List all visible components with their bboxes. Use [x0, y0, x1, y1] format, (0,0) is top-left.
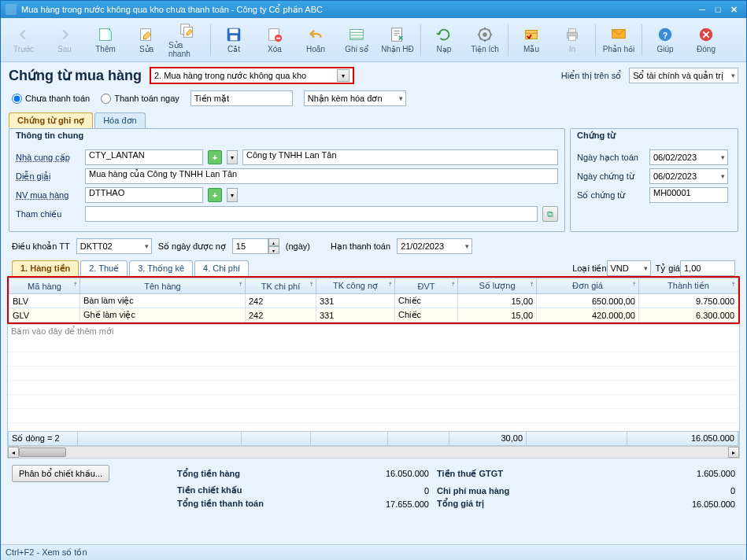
table-row[interactable]: BLVBàn làm việc242331Chiếc15,00650.000,0… — [9, 294, 738, 308]
grid-tab-stats[interactable]: 3. Thống kê — [129, 260, 193, 276]
col-name[interactable]: Tên hàng⫯ — [80, 278, 246, 294]
items-grid: Mã hàng⫯ Tên hàng⫯ TK chi phí⫯ TK công n… — [7, 276, 740, 324]
paynow-radio[interactable]: Thanh toán ngay — [101, 94, 179, 104]
currency-select[interactable]: VND — [607, 260, 651, 276]
supplier-code-input[interactable]: CTY_LANTAN — [85, 149, 203, 165]
table-row[interactable]: GLVGhế làm việc242331Chiếc15,00420.000,0… — [9, 308, 738, 322]
maximize-button[interactable]: □ — [710, 5, 726, 14]
svg-rect-5 — [230, 29, 239, 34]
grid-tab-items[interactable]: 1. Hàng tiền — [12, 260, 79, 276]
rate-label: Tỷ giá — [656, 263, 680, 274]
save-button[interactable]: Cắt — [214, 20, 253, 60]
svg-rect-16 — [568, 36, 575, 41]
grid-footer: Số dòng = 2 30,00 16.050.000 — [8, 431, 739, 446]
add-new-row-hint[interactable]: Bấm vào đây để thêm mới — [8, 324, 739, 338]
status-hint: Ctrl+F2 - Xem số tồn — [6, 547, 87, 558]
staff-dropdown-button[interactable]: ▾ — [227, 188, 238, 202]
title-bar: Mua hàng trong nước không qua kho chưa t… — [1, 1, 746, 18]
print-button[interactable]: In — [553, 20, 592, 60]
svg-point-12 — [483, 32, 487, 37]
add-button[interactable]: Thêm — [86, 20, 125, 60]
reload-button[interactable]: Nạp — [424, 20, 464, 60]
close-button[interactable]: Đóng — [686, 20, 726, 60]
payment-method-field[interactable]: Tiền mặt — [190, 90, 293, 106]
reference-input[interactable] — [85, 206, 538, 222]
description-input[interactable]: Mua hàng của Công ty TNHH Lan Tân — [85, 168, 558, 184]
discount-label: Tiền chiết khấu — [177, 485, 319, 496]
delete-button[interactable]: Xóa — [255, 20, 294, 60]
col-unit[interactable]: ĐVT⫯ — [395, 278, 458, 294]
vat-value: 1.605.000 — [586, 469, 735, 478]
purchase-cost-label: Chi phí mua hàng — [437, 486, 579, 496]
due-date-label: Hạn thanh toán — [331, 241, 390, 252]
col-liability-acc[interactable]: TK công nợ⫯ — [316, 278, 395, 294]
col-price[interactable]: Đơn giá⫯ — [537, 278, 639, 294]
reference-lookup-button[interactable]: ⧉ — [542, 206, 558, 222]
supplier-label[interactable]: Nhà cung cấp — [16, 153, 80, 163]
credit-days-spinner[interactable]: 15 ▴▾ — [232, 238, 279, 254]
grid-tabs-row: 1. Hàng tiền 2. Thuế 3. Thống kê 4. Chi … — [1, 260, 746, 276]
receive-invoice-button[interactable]: Nhận HĐ — [378, 20, 417, 60]
grid-horizontal-scrollbar[interactable]: ◂▸ — [7, 446, 740, 459]
tab-debit-voucher[interactable]: Chứng từ ghi nợ — [9, 112, 93, 128]
undo-button[interactable]: Hoãn — [296, 20, 335, 60]
tab-invoice[interactable]: Hóa đơn — [94, 112, 145, 128]
add-staff-button[interactable]: + — [208, 188, 222, 202]
edit-button[interactable]: Sửa — [127, 20, 166, 60]
grid-empty-area[interactable] — [8, 338, 739, 431]
purchase-cost-value: 0 — [586, 486, 735, 496]
main-tabs: Chứng từ ghi nợ Hóa đơn — [1, 112, 746, 128]
help-button[interactable]: ?Giúp — [645, 20, 685, 60]
staff-input[interactable]: DTTHAO — [85, 187, 203, 203]
receive-mode-select[interactable]: Nhận kèm hóa đơn — [304, 90, 406, 106]
close-window-button[interactable]: ✕ — [726, 5, 741, 15]
header-row: Chứng từ mua hàng 2. Mua hàng trong nước… — [1, 62, 746, 89]
display-on-select[interactable]: Sổ tài chính và quản trị — [629, 68, 738, 83]
vou-no-input[interactable]: MH00001 — [649, 187, 728, 203]
due-date-input[interactable]: 21/02/2023 — [397, 238, 472, 254]
quick-edit-button[interactable]: Sửa nhanh — [168, 20, 207, 60]
post-button[interactable]: Ghi sổ — [337, 20, 376, 60]
grid-tab-tax[interactable]: 2. Thuế — [80, 260, 128, 276]
allocate-discount-button[interactable]: Phân bổ chiết khấu... — [12, 465, 109, 482]
minimize-button[interactable]: ─ — [694, 5, 710, 14]
staff-label[interactable]: NV mua hàng — [16, 190, 80, 200]
voucher-type-dropdown[interactable]: 2. Mua hàng trong nước không qua kho ▾ — [150, 67, 354, 84]
subtotal-value: 16.050.000 — [327, 469, 429, 478]
chevron-down-icon: ▾ — [337, 69, 349, 82]
term-label: Điều khoản TT — [12, 241, 70, 252]
app-icon — [6, 4, 17, 15]
general-info-panel: Thông tin chung Nhà cung cấp CTY_LANTAN … — [9, 128, 565, 232]
supplier-name-input[interactable]: Công ty TNHH Lan Tân — [242, 149, 558, 165]
next-button[interactable]: Sau — [45, 20, 84, 60]
svg-text:?: ? — [663, 31, 667, 40]
term-select[interactable]: DKTT02 — [76, 238, 152, 254]
subtotal-label: Tổng tiền hàng — [177, 469, 319, 479]
feedback-button[interactable]: Phản hồi — [599, 20, 638, 60]
summary-panel: Phân bổ chiết khấu... Tổng tiền hàng 16.… — [1, 459, 746, 512]
acc-date-label: Ngày hạch toán — [577, 153, 645, 163]
description-label[interactable]: Diễn giải — [16, 171, 80, 182]
total-label: Tổng tiền thanh toán — [177, 499, 319, 509]
col-qty[interactable]: Số lượng⫯ — [458, 278, 537, 294]
prev-button[interactable]: Trước — [4, 20, 43, 60]
reference-label: Tham chiếu — [16, 209, 80, 219]
vat-label: Tiền thuế GTGT — [437, 469, 579, 479]
credit-days-label: Số ngày được nợ — [158, 241, 226, 252]
payment-terms-row: Điều khoản TT DKTT02 Số ngày được nợ 15 … — [1, 232, 746, 260]
add-supplier-button[interactable]: + — [208, 150, 222, 164]
unpaid-radio[interactable]: Chưa thanh toán — [12, 94, 90, 104]
grid-tab-cost[interactable]: 4. Chi phí — [194, 260, 249, 276]
col-expense-acc[interactable]: TK chi phí⫯ — [246, 278, 316, 294]
supplier-dropdown-button[interactable]: ▾ — [227, 150, 238, 164]
rate-input[interactable]: 1,00 — [680, 260, 735, 276]
col-amount[interactable]: Thành tiền⫯ — [639, 278, 738, 294]
utility-button[interactable]: Tiện ích — [465, 20, 505, 60]
acc-date-input[interactable]: 06/02/2023 — [649, 149, 728, 165]
page-title: Chứng từ mua hàng — [9, 67, 142, 84]
currency-label: Loại tiền — [572, 263, 606, 274]
template-button[interactable]: Mẫu — [512, 20, 551, 60]
grand-total-label: Tổng giá trị — [437, 499, 579, 509]
vou-date-input[interactable]: 06/02/2023 — [649, 168, 728, 184]
col-code[interactable]: Mã hàng⫯ — [9, 278, 80, 294]
